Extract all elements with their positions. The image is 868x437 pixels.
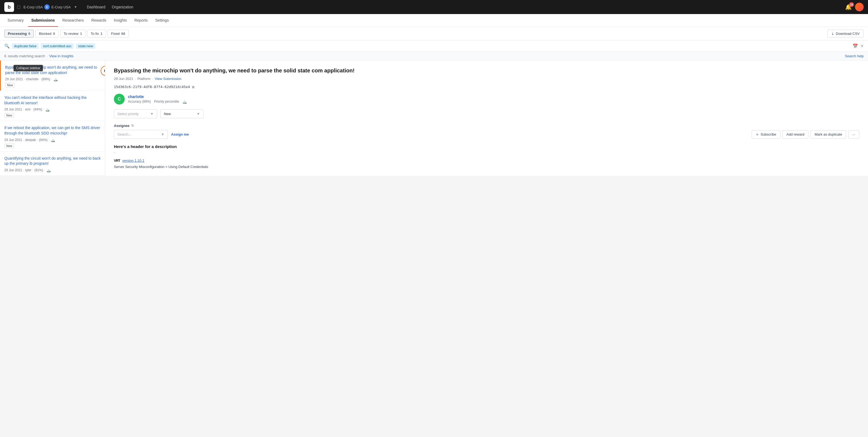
description-dash: - [114,150,859,155]
select-row: Select priority ▼ New ▼ [114,109,859,118]
calendar-icon[interactable]: 📅 [852,43,858,49]
researcher-avatar: C [114,94,125,105]
tab-blocked-label: Blocked [39,32,51,36]
collapse-icon [103,68,105,73]
subnav-reports[interactable]: Reports [131,14,151,27]
submission-accuracy: (94%) [33,108,42,111]
subscribe-button[interactable]: ★ Subscribe [752,130,780,139]
search-help-link[interactable]: Search help [845,54,864,58]
nav-link-dashboard[interactable]: Dashboard [87,5,105,9]
submission-author: deepak [25,138,36,142]
subnav-submissions[interactable]: Submissions [28,14,58,27]
assignee-sync-icon: ↻ [131,124,134,128]
tab-to-fix-label: To fix [91,32,99,36]
submission-meta: 29 Jun 2021 · charlotte · (89%) · 🏔️ [5,77,101,81]
detail-date: 29 Jun 2021 [114,77,133,81]
subnav-settings[interactable]: Settings [152,14,172,27]
dot-separator: · [47,54,48,58]
results-text: results matching search [8,54,45,58]
submission-author: tyler [25,168,31,172]
list-item[interactable]: Quantifying the circuit won't do anythin… [0,151,105,176]
submission-title: If we reboot the application, we can get… [4,125,101,136]
view-insights-link[interactable]: View in Insights [49,54,73,58]
sidebar: Collapse sidebar Bypassing the microchip… [0,60,105,176]
submission-author: emi [25,108,30,111]
assignee-search[interactable]: Search... ▼ [114,130,168,139]
researcher-info: charlotte Accuracy (89%) Priority percen… [128,94,187,104]
tab-to-fix-count: 1 [100,32,102,36]
add-reward-button[interactable]: Add reward [782,130,808,139]
collapse-tooltip: Collapse sidebar [13,65,43,71]
list-item[interactable]: You can't reboot the interface without h… [0,91,105,121]
tab-to-review-label: To review [64,32,79,36]
vrt-row: VRT version 1.10.1 [114,158,859,163]
tab-processing[interactable]: Processing 6 [4,30,34,37]
status-value: New [164,112,171,116]
tab-fixed[interactable]: Fixed 68 [108,30,129,37]
notification-bell[interactable]: 🔔 28 [845,4,852,10]
action-buttons: ★ Subscribe Add reward Mark as duplicate… [752,130,859,139]
search-tag-sort[interactable]: sort:submitted-asc [41,43,74,49]
tab-fixed-count: 68 [121,32,125,36]
breadcrumb: E-Corp USA E E-Corp USA [24,4,71,10]
more-actions-button[interactable]: ··· [848,130,859,139]
doc-icon: □ [17,4,20,10]
star-icon: ★ [756,132,759,136]
subnav-insights[interactable]: Insights [111,14,130,27]
submission-flag: 🏔️ [53,77,58,81]
download-csv-label: Download CSV [836,32,860,36]
download-csv-button[interactable]: ⇣ Download CSV [827,30,864,37]
detail-title: Bypassing the microchip won't do anythin… [114,67,859,74]
priority-select[interactable]: Select priority ▼ [114,109,157,118]
priority-flag: 🏔️ [182,99,187,104]
search-tag-state[interactable]: state:new [76,43,95,49]
priority-percentile: Priority percentile [154,100,179,104]
submission-flag: 🏔️ [51,138,55,142]
tab-blocked[interactable]: Blocked 0 [35,30,58,37]
subnav-rewards[interactable]: Rewards [88,14,109,27]
vrt-version-link[interactable]: version 1.10.1 [122,158,145,163]
submission-date: 29 Jun 2021 [5,77,23,81]
subscribe-label: Subscribe [761,132,776,136]
nav-link-organization[interactable]: Organization [112,5,133,9]
vrt-badge: VRT [114,158,120,163]
logo[interactable]: b [4,2,14,12]
accuracy-label: Accuracy (89%) [128,100,151,104]
top-nav: b □ E-Corp USA E E-Corp USA ▼ Dashboard … [0,0,868,14]
status-select[interactable]: New ▼ [160,109,204,118]
view-submission-link[interactable]: View Submission [155,77,181,81]
detail-panel: Bypassing the microchip won't do anythin… [105,60,868,176]
copy-uuid-button[interactable]: ▦ [192,85,194,89]
researcher-name[interactable]: charlotte [128,94,187,99]
tab-to-fix[interactable]: To fix 1 [87,30,106,37]
tab-processing-label: Processing [8,32,27,36]
status-badge: New [4,113,14,117]
search-clear-button[interactable]: ✕ [860,43,864,49]
list-item[interactable]: If we reboot the application, we can get… [0,121,105,151]
assignee-label-text: Assignee [114,124,129,128]
results-count: 6 [4,54,6,58]
assign-me-button[interactable]: Assign me [171,132,189,136]
tab-to-review[interactable]: To review 1 [60,30,86,37]
mark-as-duplicate-button[interactable]: Mark as duplicate [810,130,846,139]
subnav-summary[interactable]: Summary [4,14,27,27]
assignee-and-actions: Search... ▼ Assign me ★ Subscribe Add re… [114,130,859,139]
breadcrumb-org2[interactable]: E-Corp USA [51,5,71,9]
priority-chevron-icon: ▼ [150,112,154,116]
notification-count: 28 [849,2,854,7]
breadcrumb-chevron[interactable]: ▼ [74,5,77,9]
submission-meta: 29 Jun 2021 · tyler · (91%) · 🏔️ [4,168,101,172]
user-avatar[interactable] [855,3,864,11]
search-tag-duplicate[interactable]: duplicate:false [12,43,39,49]
researcher-row: C charlotte Accuracy (89%) Priority perc… [114,94,859,105]
subnav-researchers[interactable]: Researchers [59,14,87,27]
detail-uuid: 15d363c6-21f9-4df8-87f4-62d921dc45e4 ▦ [114,85,859,89]
tabs-right: ⇣ Download CSV [827,30,864,37]
org-badge: E [44,4,50,10]
assignee-search-placeholder: Search... [117,132,131,136]
results-bar: 6 results matching search · View in Insi… [0,52,868,60]
breadcrumb-org[interactable]: E-Corp USA [24,5,43,9]
submission-accuracy: (89%) [41,77,50,81]
submission-flag: 🏔️ [46,168,51,172]
search-icon: 🔍 [4,43,10,49]
